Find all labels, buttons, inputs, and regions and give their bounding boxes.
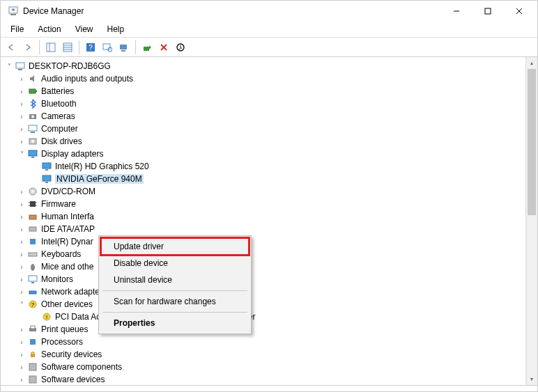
tree-item-cameras[interactable]: › Cameras [2,110,536,123]
properties-toolbar-button[interactable] [60,40,75,55]
tree-item-swcomp[interactable]: › Software components [2,361,536,373]
expander-icon[interactable]: › [16,123,27,134]
expander-icon[interactable]: ˅ [3,61,15,72]
svg-rect-59 [31,326,35,329]
computer-icon [27,123,38,134]
expander-icon[interactable]: › [16,111,27,122]
enable-device-button[interactable] [139,40,155,55]
device-tree[interactable]: ˅ DESKTOP-RDJB6GG › Audio inputs and out… [1,57,537,385]
menu-file[interactable]: File [5,23,29,36]
expander-icon[interactable]: ˅ [16,148,27,159]
tree-item-other[interactable]: ˅ ? Other devices [2,298,536,311]
tree-item-monitors[interactable]: › Monitors [2,273,536,285]
tree-item-disk[interactable]: › Disk drives [2,135,536,148]
svg-rect-49 [29,253,37,256]
ctx-uninstall-device[interactable]: Uninstall device [101,272,249,288]
expander-icon[interactable]: › [16,224,27,235]
scroll-thumb[interactable] [528,69,536,215]
menu-view[interactable]: View [70,23,99,36]
scan-hardware-button[interactable] [100,40,115,55]
keyboard-icon [27,249,38,260]
tree-item-display[interactable]: ˅ Display adapters [2,148,536,160]
expander-icon[interactable]: › [16,349,27,360]
update-driver-toolbar-button[interactable] [116,40,132,55]
uninstall-button[interactable] [156,40,171,55]
tree-item-other-pci[interactable]: ! PCI Data Acquisition and Signal Proces… [2,311,536,323]
expander-spacer [30,311,41,322]
svg-rect-47 [29,227,36,231]
expander-icon[interactable]: › [16,336,27,347]
menu-help[interactable]: Help [102,23,130,36]
tree-item-swdev[interactable]: › Software devices [2,373,536,385]
svg-rect-1 [10,14,16,15]
ctx-scan-hardware[interactable]: Scan for hardware changes [101,293,249,310]
tree-item-display-nvidia[interactable]: NVIDIA GeForce 940M [2,173,536,185]
tree-item-dvd[interactable]: › DVD/CD-ROM [2,185,536,198]
ctx-update-driver[interactable]: Update driver [101,238,249,255]
back-button[interactable] [3,40,19,55]
ctx-disable-device[interactable]: Disable device [101,255,249,272]
svg-rect-41 [30,201,36,207]
tree-item-batteries[interactable]: › Batteries [2,85,536,97]
minimize-button[interactable] [440,1,472,22]
expander-icon[interactable]: › [16,186,27,197]
toolbar-separator [39,40,40,54]
vertical-scrollbar[interactable]: ▴ ▾ [525,57,537,385]
bluetooth-icon [27,98,38,109]
tree-item-display-intel[interactable]: Intel(R) HD Graphics 520 [2,160,536,173]
expander-icon[interactable]: › [16,361,27,373]
expander-icon[interactable]: ˅ [16,299,27,310]
scroll-up-icon[interactable]: ▴ [526,57,537,69]
expander-icon[interactable]: › [16,86,27,97]
menu-action[interactable]: Action [32,23,66,36]
forward-button[interactable] [20,40,36,55]
svg-rect-38 [45,182,48,183]
monitor-icon [27,274,38,285]
ide-icon [27,224,38,235]
tree-item-processors[interactable]: › Processors [2,336,536,348]
tree-item-security[interactable]: › Security devices [2,348,536,361]
expander-icon[interactable]: › [16,236,27,247]
tree-root[interactable]: ˅ DESKTOP-RDJB6GG [2,60,536,72]
scroll-down-icon[interactable]: ▾ [526,373,537,385]
tree-item-audio[interactable]: › Audio inputs and outputs [2,72,536,85]
computer-icon [15,61,26,72]
scroll-track[interactable] [526,69,537,373]
expander-icon[interactable]: › [16,73,27,84]
tree-item-bluetooth[interactable]: › Bluetooth [2,97,536,110]
svg-rect-60 [30,339,36,345]
tree-item-ide[interactable]: › IDE ATA/ATAP [2,223,536,235]
tree-item-firmware[interactable]: › Firmware [2,198,536,210]
expander-icon[interactable]: › [16,374,27,385]
expander-spacer [30,161,41,172]
tree-label: NVIDIA GeForce 940M [55,174,144,184]
svg-rect-18 [121,50,125,52]
tree-item-intel-dyn[interactable]: › Intel(R) Dynar [2,235,536,248]
expander-icon[interactable]: › [16,286,27,297]
maximize-button[interactable] [472,1,503,22]
expander-icon[interactable]: › [16,211,27,222]
network-icon [27,286,38,297]
ctx-properties[interactable]: Properties [101,315,249,331]
svg-rect-48 [30,239,36,244]
svg-rect-25 [29,89,36,93]
tree-item-keyboards[interactable]: › Keyboards [2,248,536,260]
expander-icon[interactable]: › [16,261,27,272]
show-hide-tree-button[interactable] [43,40,59,55]
expander-icon[interactable]: › [16,249,27,260]
tree-item-hid[interactable]: › Human Interfa [2,210,536,223]
expander-icon[interactable]: › [16,274,27,285]
close-button[interactable] [503,1,535,22]
tree-item-network[interactable]: › Network adapters [2,285,536,298]
tree-item-print[interactable]: › Print queues [2,323,536,336]
chip-icon [27,236,38,247]
svg-rect-36 [45,169,48,171]
expander-icon[interactable]: › [16,98,27,109]
expander-icon[interactable]: › [16,136,27,147]
tree-item-computer[interactable]: › Computer [2,123,536,135]
tree-item-mice[interactable]: › Mice and othe [2,260,536,273]
expander-icon[interactable]: › [16,324,27,335]
help-button[interactable]: ? [83,40,98,55]
expander-icon[interactable]: › [16,198,27,210]
disable-button[interactable] [173,40,188,55]
